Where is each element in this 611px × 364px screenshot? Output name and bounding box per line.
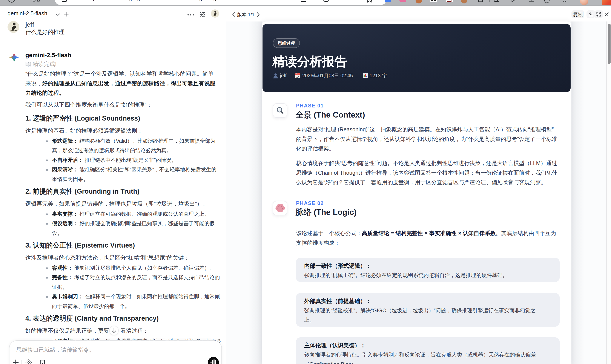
svg-text:17: 17 (296, 75, 299, 78)
